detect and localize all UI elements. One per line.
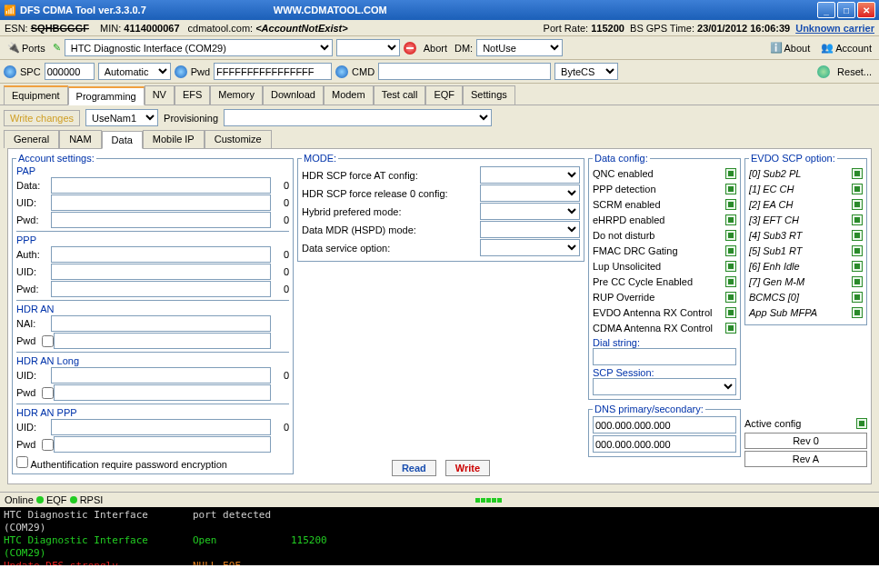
hdranlong-uid-input[interactable] xyxy=(51,367,271,384)
cmd-input[interactable] xyxy=(378,63,551,80)
about-button[interactable]: ℹ️ About xyxy=(766,40,814,55)
port-combo[interactable]: HTC Diagnostic Interface (COM29) xyxy=(65,39,333,56)
active-config-label: Active config xyxy=(744,418,854,429)
pap-data-input[interactable] xyxy=(51,177,271,194)
play-icon-2[interactable] xyxy=(175,65,187,78)
port-aux-combo[interactable] xyxy=(336,39,400,56)
abort-button[interactable]: Abort xyxy=(420,41,451,55)
minimize-button[interactable]: _ xyxy=(817,2,835,18)
tab-download[interactable]: Download xyxy=(263,85,324,105)
pap-pwd-input[interactable] xyxy=(51,212,271,228)
hdran-pwd-check[interactable] xyxy=(42,335,54,347)
tab-memory[interactable]: Memory xyxy=(210,85,263,105)
hdranppp-pwd-check[interactable] xyxy=(42,439,54,451)
read-button[interactable]: Read xyxy=(392,460,436,476)
subtab-data[interactable]: Data xyxy=(102,131,143,149)
data-config-check[interactable] xyxy=(725,214,736,225)
min-value: 4114000067 xyxy=(124,23,179,34)
evdo-check[interactable] xyxy=(852,184,863,194)
tab-efs[interactable]: EFS xyxy=(175,85,210,105)
hdran-pwd-input[interactable] xyxy=(54,333,271,349)
auth-encrypt-check[interactable] xyxy=(16,456,28,468)
dm-combo[interactable]: NotUse xyxy=(476,39,563,56)
tab-testcall[interactable]: Test call xyxy=(374,85,426,105)
data-config-column: Data config: QNC enabledPPP detectionSCR… xyxy=(588,153,741,480)
evdo-check[interactable] xyxy=(852,261,863,272)
sub-toolbar: Write changes UseNam1 Provisioning Gener… xyxy=(0,105,879,492)
write-button[interactable]: Write xyxy=(445,460,490,476)
reset-button[interactable]: Reset... xyxy=(834,65,875,79)
evdo-check[interactable] xyxy=(852,276,863,287)
rev0-button[interactable]: Rev 0 xyxy=(744,433,867,449)
tab-eqf[interactable]: EQF xyxy=(425,85,463,105)
account-settings-column: Account settings: PAP Data:0 UID:0 Pwd:0… xyxy=(12,153,294,480)
subtab-customize[interactable]: Customize xyxy=(205,130,272,148)
maximize-button[interactable]: □ xyxy=(837,2,855,18)
tab-nv[interactable]: NV xyxy=(145,85,175,105)
dns-primary-input[interactable] xyxy=(593,416,736,434)
close-button[interactable]: ✕ xyxy=(857,2,875,18)
mode-combo-2[interactable] xyxy=(480,203,580,220)
mode-combo-1[interactable] xyxy=(480,184,580,202)
revA-button[interactable]: Rev A xyxy=(744,451,867,467)
pwd-label: Pwd xyxy=(191,66,210,77)
mode-combo-0[interactable] xyxy=(480,166,580,184)
data-config-check[interactable] xyxy=(725,199,736,210)
nam-combo[interactable]: UseNam1 xyxy=(85,109,158,126)
dial-string-input[interactable] xyxy=(593,348,736,365)
evdo-check[interactable] xyxy=(852,168,863,179)
data-config-check[interactable] xyxy=(725,276,736,287)
data-config-check[interactable] xyxy=(725,323,736,334)
evdo-check[interactable] xyxy=(852,199,863,210)
ports-button[interactable]: 🔌 Ports xyxy=(4,40,49,55)
data-config-check[interactable] xyxy=(725,168,736,179)
data-config-check[interactable] xyxy=(725,292,736,303)
data-config-check[interactable] xyxy=(725,245,736,256)
min-label: MIN: xyxy=(100,23,121,34)
esn-label: ESN: xyxy=(5,23,28,34)
evdo-check[interactable] xyxy=(852,214,863,225)
active-config-check[interactable] xyxy=(856,418,867,429)
dns-secondary-input[interactable] xyxy=(593,435,736,453)
pwd-input[interactable] xyxy=(214,63,332,80)
hdranppp-uid-input[interactable] xyxy=(51,419,271,435)
spc-input[interactable] xyxy=(45,63,95,80)
scp-session-combo[interactable] xyxy=(593,378,736,395)
account-settings-group: Account settings: PAP Data:0 UID:0 Pwd:0… xyxy=(12,153,294,474)
hdranlong-pwd-check[interactable] xyxy=(42,387,54,399)
pap-uid-input[interactable] xyxy=(51,194,271,211)
dns-group: DNS primary/secondary: xyxy=(588,404,741,457)
hdranppp-pwd-input[interactable] xyxy=(54,436,271,453)
play-icon-3[interactable] xyxy=(335,65,348,78)
mode-combo-3[interactable] xyxy=(480,221,580,238)
ppp-uid-input[interactable] xyxy=(51,264,271,280)
evdo-check[interactable] xyxy=(852,292,863,303)
evdo-check[interactable] xyxy=(852,230,863,241)
play-icon[interactable] xyxy=(4,65,16,78)
ppp-pwd-input[interactable] xyxy=(51,281,271,297)
evdo-check[interactable] xyxy=(852,307,863,318)
tab-equipment[interactable]: Equipment xyxy=(4,85,68,105)
carrier-link[interactable]: Unknown carrier xyxy=(795,23,874,34)
tab-programming[interactable]: Programming xyxy=(68,86,145,105)
data-config-check[interactable] xyxy=(725,230,736,241)
subtab-nam[interactable]: NAM xyxy=(59,130,101,148)
provisioning-combo[interactable] xyxy=(224,109,492,126)
bytecs-combo[interactable]: ByteCS xyxy=(554,63,618,80)
tab-settings[interactable]: Settings xyxy=(463,85,515,105)
mode-combo-4[interactable] xyxy=(480,239,580,256)
subtab-mobileip[interactable]: Mobile IP xyxy=(143,130,205,148)
write-changes-button[interactable]: Write changes xyxy=(4,110,80,126)
subtab-general[interactable]: General xyxy=(4,130,59,148)
console-log: HTC Diagnostic Interface (COM29)port det… xyxy=(0,507,879,565)
ppp-auth-input[interactable] xyxy=(51,246,271,263)
data-config-check[interactable] xyxy=(725,307,736,318)
hdranlong-pwd-input[interactable] xyxy=(54,384,271,401)
account-button[interactable]: 👥 Account xyxy=(817,40,875,55)
data-config-check[interactable] xyxy=(725,184,736,194)
hdran-nai-input[interactable] xyxy=(51,315,271,332)
evdo-check[interactable] xyxy=(852,245,863,256)
spc-mode-combo[interactable]: Automatic xyxy=(98,63,171,80)
data-config-check[interactable] xyxy=(725,261,736,272)
tab-modem[interactable]: Modem xyxy=(324,85,374,105)
